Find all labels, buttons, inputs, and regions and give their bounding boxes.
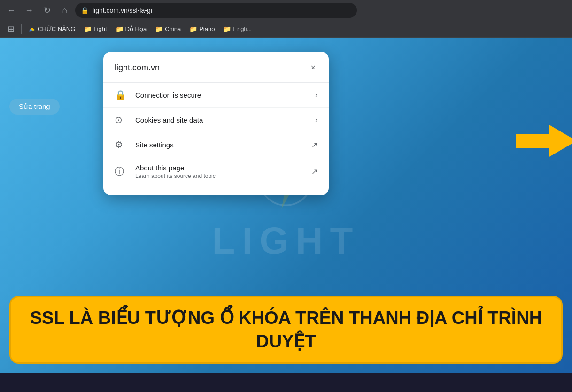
- sua-trang-button[interactable]: Sửa trang: [9, 99, 60, 115]
- popup-item-content: Connection is secure: [135, 91, 315, 99]
- folder-icon: 📁: [223, 25, 231, 33]
- popup-item-content: About this page Learn about its source a…: [135, 164, 311, 179]
- external-link-icon: ↗: [311, 140, 317, 149]
- site-info-popup: light.com.vn × 🔒 Connection is secure › …: [103, 52, 329, 195]
- bookmark-light[interactable]: 📁 Light: [80, 23, 110, 35]
- popup-close-button[interactable]: ×: [309, 61, 317, 75]
- info-circle-icon: ⓘ: [115, 165, 130, 178]
- folder-icon: 📁: [189, 25, 197, 33]
- settings-icon: ⚙: [115, 139, 130, 150]
- folder-icon: 📁: [84, 25, 92, 33]
- popup-header: light.com.vn ×: [103, 61, 329, 83]
- apps-icon[interactable]: ⊞: [4, 22, 18, 36]
- popup-item-about-page[interactable]: ⓘ About this page Learn about its source…: [103, 157, 329, 186]
- chevron-right-icon: ›: [315, 91, 317, 99]
- popup-item-content: Cookies and site data: [135, 116, 315, 124]
- website-area: LIGHT Sửa trang SSL LÀ BIỂU TƯỢNG Ổ KHÓA…: [0, 38, 572, 373]
- lock-icon: 🔒: [115, 89, 130, 100]
- ssl-lock-icon: 🔒: [81, 7, 89, 14]
- back-button[interactable]: ←: [4, 3, 19, 18]
- bookmark-do-hoa[interactable]: 📁 Đồ Họa: [112, 23, 151, 35]
- popup-item-cookies[interactable]: ⊙ Cookies and site data ›: [103, 108, 329, 132]
- popup-item-site-settings[interactable]: ⚙ Site settings ↗: [103, 132, 329, 157]
- forward-button[interactable]: →: [22, 3, 37, 18]
- banner-text: SSL LÀ BIỂU TƯỢNG Ổ KHÓA TRÊN THANH ĐỊA …: [25, 307, 547, 353]
- bookmark-label: Light: [93, 25, 107, 32]
- watermark-text: LIGHT: [212, 219, 360, 262]
- bookmark-label: Piano: [199, 25, 215, 32]
- nav-bar: ← → ↻ ⌂ 🔒 light.com.vn/ssl-la-gi: [0, 0, 572, 21]
- about-page-subtitle: Learn about its source and topic: [135, 173, 311, 179]
- bookmark-china[interactable]: 📁 China: [151, 23, 185, 35]
- bookmark-label: Đồ Họa: [125, 25, 147, 32]
- bookmark-label: China: [165, 25, 181, 32]
- bookmarks-bar: ⊞ CHỨC NĂNG 📁 Light 📁 Đồ Họa 📁 China 📁 P…: [0, 21, 572, 38]
- home-button[interactable]: ⌂: [57, 3, 72, 18]
- folder-icon: 📁: [116, 25, 124, 33]
- connection-title: Connection is secure: [135, 91, 315, 99]
- separator: [21, 24, 22, 34]
- bookmark-label: Engli...: [233, 25, 252, 32]
- popup-item-connection[interactable]: 🔒 Connection is secure ›: [103, 83, 329, 108]
- reload-button[interactable]: ↻: [39, 3, 54, 18]
- chevron-right-icon: ›: [315, 116, 317, 123]
- external-link-icon: ↗: [311, 167, 317, 176]
- site-settings-title: Site settings: [135, 141, 311, 149]
- cookies-icon: ⊙: [115, 114, 130, 125]
- address-bar[interactable]: 🔒 light.com.vn/ssl-la-gi: [75, 3, 357, 18]
- bottom-banner: SSL LÀ BIỂU TƯỢNG Ổ KHÓA TRÊN THANH ĐỊA …: [9, 296, 563, 364]
- folder-icon: 📁: [155, 25, 163, 33]
- bookmark-english[interactable]: 📁 Engli...: [219, 23, 255, 35]
- bookmark-piano[interactable]: 📁 Piano: [186, 23, 218, 35]
- bookmark-label: CHỨC NĂNG: [38, 25, 75, 32]
- cookies-title: Cookies and site data: [135, 116, 315, 124]
- popup-item-content: Site settings: [135, 141, 311, 149]
- popup-domain: light.com.vn: [115, 63, 160, 73]
- gdrive-icon: [28, 25, 36, 33]
- browser-chrome: ← → ↻ ⌂ 🔒 light.com.vn/ssl-la-gi ⊞ CHỨC …: [0, 0, 572, 38]
- bookmark-chuc-nang[interactable]: CHỨC NĂNG: [24, 23, 79, 35]
- about-page-title: About this page: [135, 164, 311, 172]
- svg-marker-2: [516, 124, 572, 157]
- url-text: light.com.vn/ssl-la-gi: [93, 7, 152, 14]
